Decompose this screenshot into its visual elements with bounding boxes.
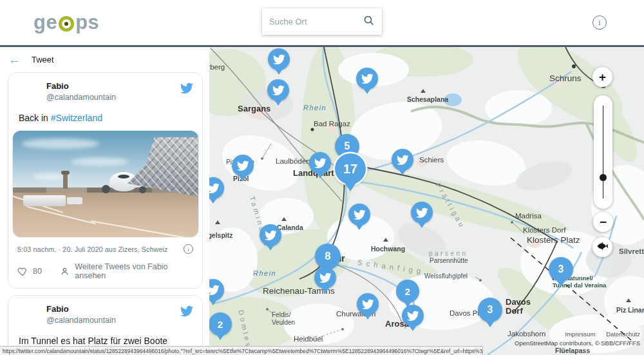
photo-ground-vehicle bbox=[23, 195, 66, 206]
tweet-author-name: Fabio bbox=[46, 304, 175, 314]
zoom-slider[interactable] bbox=[594, 95, 612, 209]
map-label: Piz Linar bbox=[616, 306, 644, 314]
map-label: Schesaplana bbox=[407, 95, 448, 103]
tweet-text: Im Tunnel es hat Platz für zwei Boote bbox=[19, 336, 167, 346]
map-label: Calanda bbox=[277, 224, 303, 231]
twitter-bird-icon bbox=[407, 310, 419, 322]
twitter-bird-icon bbox=[362, 298, 374, 311]
logo-text-right: ps bbox=[75, 11, 99, 34]
tweet-author-name: Fabio bbox=[46, 81, 175, 91]
sidebar-title: Tweet bbox=[32, 55, 54, 64]
mountain-peak-icon bbox=[626, 298, 631, 302]
tweet-marker[interactable] bbox=[268, 48, 290, 70]
tweet-author-handle: @calandamountain bbox=[46, 93, 175, 102]
zoom-out-button[interactable]: − bbox=[593, 212, 613, 232]
map-canvas[interactable]: + − Impressum Datenschutz OpenStreetMap … bbox=[209, 47, 644, 355]
cluster-count: 8 bbox=[325, 250, 330, 263]
tweet-cluster-marker[interactable]: 3 bbox=[549, 257, 573, 282]
tweet-hashtag-link[interactable]: #Switzerland bbox=[51, 113, 102, 123]
tweet-info-icon[interactable]: i bbox=[184, 244, 193, 254]
twitter-logo-icon[interactable] bbox=[180, 82, 193, 95]
tweet-marker[interactable] bbox=[356, 68, 378, 90]
tweet-marker[interactable] bbox=[402, 305, 424, 327]
map-label: Heidbüel bbox=[294, 335, 323, 343]
zoom-in-button[interactable]: + bbox=[592, 67, 612, 87]
map-label: Laulböden bbox=[276, 157, 310, 165]
cluster-count: 3 bbox=[558, 264, 564, 275]
tweet-cluster-marker[interactable]: 17 bbox=[335, 153, 366, 184]
tweet-marker[interactable] bbox=[314, 267, 336, 289]
tweet-cluster-marker[interactable]: 2 bbox=[396, 280, 419, 303]
cluster-count: 17 bbox=[343, 162, 357, 177]
twitter-logo-icon[interactable] bbox=[180, 305, 193, 318]
tweet-cluster-marker[interactable]: 3 bbox=[478, 298, 502, 322]
back-arrow-icon[interactable]: ← bbox=[8, 53, 21, 66]
map-label: Parsennhütte bbox=[430, 257, 468, 264]
tweet-card[interactable]: Fabio @calandamountain Back in #Switzerl… bbox=[8, 72, 203, 289]
map-label: Rhein bbox=[303, 104, 327, 111]
map-label: Rhein bbox=[253, 269, 276, 277]
twitter-bird-icon bbox=[397, 154, 409, 166]
tweet-marker[interactable] bbox=[260, 224, 281, 246]
mountain-peak-icon bbox=[383, 238, 388, 242]
map-label: Silvrett bbox=[619, 247, 644, 255]
datenschutz-link[interactable]: Datenschutz bbox=[606, 331, 640, 338]
cluster-count: 3 bbox=[488, 304, 493, 316]
search-icon[interactable] bbox=[363, 15, 375, 29]
map-label: Feldis/ bbox=[272, 311, 290, 318]
mountain-peak-icon bbox=[421, 89, 426, 93]
twitter-bird-icon bbox=[273, 53, 285, 66]
like-count: 80 bbox=[33, 267, 42, 276]
fish-layer-button[interactable] bbox=[592, 237, 612, 257]
tweet-timestamp: 5:03 nachm. · 20. Juli 2020 aus Zizers, … bbox=[17, 245, 168, 253]
geops-logo[interactable]: geps bbox=[33, 11, 99, 34]
photo-engine bbox=[102, 185, 110, 193]
tweet-sidebar: ← Tweet Fabio @calandamountain Back in #… bbox=[0, 47, 209, 355]
tweet-marker[interactable] bbox=[392, 149, 413, 171]
app-header: geps i bbox=[0, 0, 644, 47]
tweet-photo-airport[interactable] bbox=[12, 130, 199, 238]
twitter-bird-icon bbox=[416, 207, 428, 219]
tweet-marker[interactable] bbox=[348, 204, 370, 225]
search-input[interactable] bbox=[269, 17, 363, 26]
twitter-bird-icon bbox=[237, 160, 249, 172]
map-label: Madrisa bbox=[515, 212, 542, 220]
link-status-bar: https://twitter.com/calandamountain/stat… bbox=[0, 346, 483, 355]
twitter-bird-icon bbox=[314, 157, 327, 169]
person-icon bbox=[59, 266, 70, 277]
impressum-link[interactable]: Impressum bbox=[565, 331, 596, 338]
info-button[interactable]: i bbox=[592, 15, 607, 30]
tweet-cluster-marker[interactable]: 8 bbox=[315, 244, 341, 269]
avatar[interactable] bbox=[17, 81, 41, 104]
map-label: Hochwang bbox=[371, 245, 405, 253]
map-label: Klosters Platz bbox=[527, 235, 580, 245]
map-label: Davos bbox=[506, 297, 531, 307]
photo-control-tower bbox=[63, 173, 68, 189]
more-tweets-link[interactable]: Weitere Tweets von Fabio ansehen bbox=[75, 262, 193, 280]
tweet-author-handle: @calandamountain bbox=[46, 316, 175, 325]
tweet-marker[interactable] bbox=[309, 152, 331, 174]
zoom-slider-track bbox=[603, 106, 604, 198]
map-label: Dorf bbox=[506, 306, 523, 316]
twitter-bird-icon bbox=[361, 73, 374, 85]
heart-icon[interactable] bbox=[17, 266, 28, 277]
tweet-marker[interactable] bbox=[267, 79, 289, 101]
tweet-marker[interactable] bbox=[357, 293, 379, 315]
tweet-cluster-marker[interactable]: 2 bbox=[209, 312, 232, 336]
photo-cloud bbox=[71, 158, 129, 166]
mountain-peak-icon bbox=[281, 217, 287, 221]
map-label: Schiers bbox=[419, 156, 444, 164]
cluster-count: 2 bbox=[218, 319, 223, 330]
twitter-bird-icon bbox=[209, 182, 219, 195]
avatar[interactable] bbox=[17, 303, 41, 327]
map-label: Sargans bbox=[238, 104, 270, 113]
tweet-text: Back in bbox=[19, 113, 51, 123]
tweet-marker[interactable] bbox=[232, 155, 254, 177]
map-label: Klosters Dorf bbox=[523, 226, 565, 234]
zoom-slider-handle[interactable] bbox=[600, 174, 607, 181]
photo-cloud bbox=[22, 139, 99, 149]
tweet-marker[interactable] bbox=[411, 202, 433, 224]
map-label: Veulden bbox=[272, 319, 295, 326]
logo-text-left: ge bbox=[33, 11, 57, 34]
map-label: parsenn bbox=[429, 250, 468, 257]
